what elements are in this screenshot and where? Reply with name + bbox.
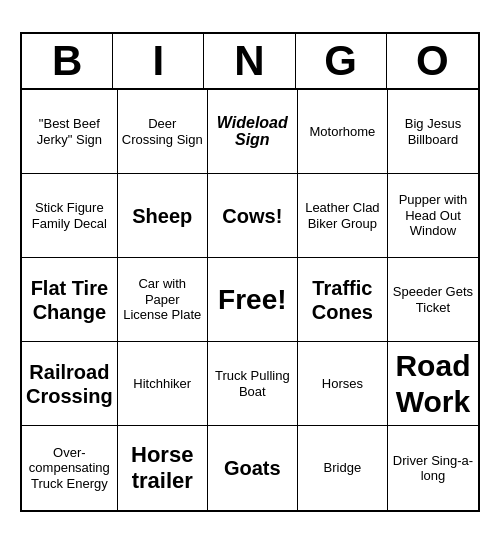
cell-label: Pupper with Head Out Window <box>392 192 474 239</box>
cell-label: Car with Paper License Plate <box>122 276 203 323</box>
bingo-cell[interactable]: Horses <box>298 342 388 426</box>
cell-label: Big Jesus Billboard <box>392 116 474 147</box>
cell-label: Horses <box>322 376 363 392</box>
cell-label: Cows! <box>222 204 282 228</box>
cell-label: Leather Clad Biker Group <box>302 200 383 231</box>
bingo-cell[interactable]: Leather Clad Biker Group <box>298 174 388 258</box>
bingo-cell[interactable]: Pupper with Head Out Window <box>388 174 478 258</box>
bingo-cell[interactable]: Deer Crossing Sign <box>118 90 208 174</box>
bingo-cell[interactable]: Car with Paper License Plate <box>118 258 208 342</box>
cell-label: Hitchhiker <box>133 376 191 392</box>
cell-label: Over-compensating Truck Energy <box>26 445 113 492</box>
header-letter: G <box>296 34 387 88</box>
bingo-cell[interactable]: "Best Beef Jerky" Sign <box>22 90 118 174</box>
bingo-cell[interactable]: Railroad Crossing <box>22 342 118 426</box>
bingo-cell[interactable]: Stick Figure Family Decal <box>22 174 118 258</box>
header-letter: B <box>22 34 113 88</box>
cell-label: Deer Crossing Sign <box>122 116 203 147</box>
bingo-cell[interactable]: Speeder Gets Ticket <box>388 258 478 342</box>
bingo-cell[interactable]: Bridge <box>298 426 388 510</box>
cell-label: Driver Sing-a-long <box>392 453 474 484</box>
cell-label: Bridge <box>324 460 362 476</box>
bingo-cell[interactable]: Sheep <box>118 174 208 258</box>
bingo-cell[interactable]: Truck Pulling Boat <box>208 342 298 426</box>
cell-label: Road Work <box>392 348 474 420</box>
bingo-cell[interactable]: WideloadSign <box>208 90 298 174</box>
bingo-cell[interactable]: Hitchhiker <box>118 342 208 426</box>
bingo-card: BINGO "Best Beef Jerky" SignDeer Crossin… <box>20 32 480 512</box>
bingo-cell[interactable]: Big Jesus Billboard <box>388 90 478 174</box>
cell-label: Motorhome <box>310 124 376 140</box>
bingo-cell[interactable]: Goats <box>208 426 298 510</box>
bingo-cell[interactable]: Flat Tire Change <box>22 258 118 342</box>
cell-label: Flat Tire Change <box>26 276 113 324</box>
cell-label: Free! <box>218 283 286 317</box>
cell-label: Truck Pulling Boat <box>212 368 293 399</box>
header-letter: N <box>204 34 295 88</box>
bingo-cell[interactable]: Horse trailer <box>118 426 208 510</box>
bingo-grid: "Best Beef Jerky" SignDeer Crossing Sign… <box>22 90 478 510</box>
bingo-cell[interactable]: Traffic Cones <box>298 258 388 342</box>
bingo-cell[interactable]: Over-compensating Truck Energy <box>22 426 118 510</box>
cell-label: Traffic Cones <box>302 276 383 324</box>
header-letter: O <box>387 34 478 88</box>
bingo-cell[interactable]: Cows! <box>208 174 298 258</box>
bingo-cell[interactable]: Motorhome <box>298 90 388 174</box>
bingo-header: BINGO <box>22 34 478 90</box>
cell-label: Horse trailer <box>122 442 203 495</box>
header-letter: I <box>113 34 204 88</box>
cell-label: WideloadSign <box>217 115 288 148</box>
bingo-cell[interactable]: Free! <box>208 258 298 342</box>
cell-label: Sheep <box>132 204 192 228</box>
bingo-cell[interactable]: Road Work <box>388 342 478 426</box>
cell-label: Goats <box>224 456 281 480</box>
cell-label: Speeder Gets Ticket <box>392 284 474 315</box>
cell-label: "Best Beef Jerky" Sign <box>26 116 113 147</box>
cell-label: Stick Figure Family Decal <box>26 200 113 231</box>
cell-label: Railroad Crossing <box>26 360 113 408</box>
bingo-cell[interactable]: Driver Sing-a-long <box>388 426 478 510</box>
